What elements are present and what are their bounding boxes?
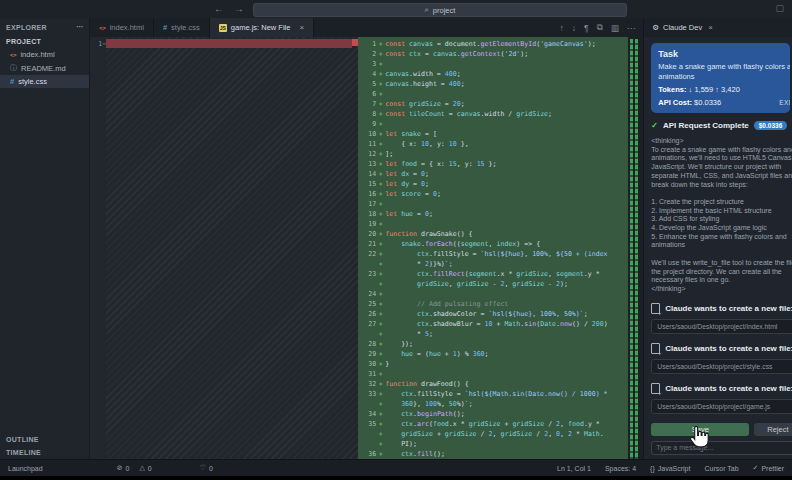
status-language-mode[interactable]: {}JavaScript	[650, 465, 690, 472]
code-text: ctx.shadowColor = `hsl(${hue}, 100%, 50%…	[385, 309, 628, 319]
split-editor-icon[interactable]: ▥	[611, 23, 619, 33]
tab-index-html[interactable]: <>index.html	[90, 18, 154, 37]
added-sign: +	[376, 399, 385, 409]
overview-ruler[interactable]	[628, 37, 643, 459]
api-cost-badge: $0.0336	[754, 121, 788, 130]
close-panel-icon[interactable]: ×	[708, 23, 713, 32]
editor-group: <>index.html#style.cssJSgame.js: New Fil…	[90, 18, 643, 459]
status-launchpad[interactable]: Launchpad	[8, 465, 43, 472]
timeline-section-header[interactable]: TIMELINE	[0, 446, 89, 459]
outline-section-header[interactable]: OUTLINE	[0, 433, 89, 446]
editor-toolbar: ↑↓¶⧉▥⋯	[552, 18, 644, 37]
code-line: 36+ ctx.fill();	[358, 449, 628, 459]
file-request-path-1[interactable]: Users/saoud/Desktop/project/style.css	[651, 359, 792, 374]
line-number	[358, 329, 376, 339]
tokens-up: ↑ 3,420	[715, 85, 740, 94]
deleted-overview-mark	[352, 39, 358, 46]
file-item-README-md[interactable]: ⓘREADME.md	[0, 61, 89, 75]
code-line: 1+const canvas = document.getElementById…	[358, 39, 628, 49]
whitespace-icon[interactable]: ¶	[584, 23, 589, 33]
command-search-box[interactable]: ⌕ project	[253, 3, 627, 17]
code-text: gridSize, gridSize - 2, gridSize - 2);	[385, 279, 628, 289]
prev-change-icon[interactable]: ↑	[560, 23, 564, 33]
line-number	[358, 429, 376, 439]
more-actions-icon[interactable]: ⋯	[627, 23, 636, 33]
added-sign: +	[376, 169, 385, 179]
forward-icon[interactable]: →	[234, 3, 244, 15]
file-request-path-0[interactable]: Users/saoud/Desktop/project/index.html	[651, 319, 792, 334]
code-text	[385, 369, 628, 379]
line-number: 17	[358, 199, 376, 209]
claude-dev-tab-label[interactable]: Claude Dev	[663, 23, 702, 32]
tab-game-js[interactable]: JSgame.js: New File×	[210, 18, 314, 37]
diff-modified-pane[interactable]: 1+const canvas = document.getElementById…	[358, 37, 628, 459]
status-feedback[interactable]: ♡0	[200, 464, 213, 472]
added-sign: +	[376, 199, 385, 209]
added-sign: +	[376, 329, 385, 339]
status-cursor-position[interactable]: Ln 1, Col 1	[557, 465, 591, 472]
reject-button[interactable]: Reject	[754, 423, 792, 436]
status-warnings[interactable]: △0	[139, 464, 151, 472]
layout-toggle-icon[interactable]: ▢	[775, 3, 784, 13]
code-line: 35+ ctx.arc(food.x * gridSize + gridSize…	[358, 419, 628, 429]
back-icon[interactable]: ←	[214, 3, 224, 15]
project-section-header[interactable]: PROJECT	[0, 35, 89, 48]
close-tab-icon[interactable]: ×	[299, 23, 304, 32]
code-text	[385, 289, 628, 299]
status-prettier[interactable]: ✓Prettier	[753, 464, 784, 472]
code-line: 15+let dy = 0;	[358, 179, 628, 189]
line-number: 15	[358, 179, 376, 189]
line-number: 1	[358, 39, 376, 49]
code-text: const gridSize = 20;	[385, 99, 628, 109]
tokens-label: Tokens:	[658, 85, 686, 94]
next-change-icon[interactable]: ↓	[572, 23, 576, 33]
file-name: style.css	[18, 77, 47, 86]
added-sign: +	[376, 249, 385, 259]
code-text: ctx.fillStyle = `hsl(${hue}, 100%, ${50 …	[385, 249, 628, 259]
status-label: Ln 1, Col 1	[557, 465, 591, 472]
chat-input[interactable]: Type a message...	[651, 441, 792, 455]
added-sign: +	[376, 99, 385, 109]
line-number: 18	[358, 209, 376, 219]
added-sign: +	[376, 269, 385, 279]
line-number: 7	[358, 99, 376, 109]
file-request-text: Claude wants to create a new file:	[665, 384, 792, 393]
tab-style-css[interactable]: #style.css	[154, 18, 210, 37]
tokens-down: ↓ 1,559	[689, 85, 714, 94]
code-text	[385, 59, 628, 69]
status-label: Prettier	[761, 465, 784, 472]
code-text: const ctx = canvas.getContext('2d');	[385, 49, 628, 59]
code-line: 33+ ctx.fillStyle = `hsl(${Math.sin(Date…	[358, 389, 628, 399]
task-title: Task	[658, 49, 783, 59]
status-indentation[interactable]: Spaces: 4	[605, 465, 636, 472]
diff-original-pane[interactable]: 1−	[90, 37, 358, 459]
added-sign: +	[376, 189, 385, 199]
open-file-icon[interactable]: ⧉	[597, 22, 603, 33]
added-sign: +	[376, 229, 385, 239]
added-sign: +	[376, 129, 385, 139]
explorer-more-icon[interactable]: ⋯	[76, 23, 83, 31]
file-request-path-2[interactable]: Users/saoud/Desktop/project/game.js	[651, 399, 792, 414]
line-number: 23	[358, 269, 376, 279]
file-item-style-css[interactable]: #style.css	[0, 75, 89, 88]
code-text: function drawFood() {	[385, 379, 628, 389]
api-cost-label: API Cost:	[658, 98, 692, 107]
added-sign: +	[376, 149, 385, 159]
code-text: canvas.height = 400;	[385, 79, 628, 89]
code-line: 6+	[358, 89, 628, 99]
code-text: canvas.width = 400;	[385, 69, 628, 79]
line-number: 24	[358, 289, 376, 299]
code-text: hue = (hue + 1) % 360;	[385, 349, 628, 359]
status-cursor-tab[interactable]: Cursor Tab	[704, 465, 738, 472]
check-icon: ✓	[651, 121, 658, 130]
added-sign: +	[376, 449, 385, 459]
new-file-icon	[651, 343, 660, 354]
file-item-index-html[interactable]: <>index.html	[0, 48, 89, 61]
status-errors[interactable]: ⊘0	[117, 464, 130, 472]
diff-editor[interactable]: 1− 1+const canvas = document.getElementB…	[90, 37, 643, 459]
save-button[interactable]: Save	[651, 423, 749, 436]
added-sign: +	[376, 289, 385, 299]
export-button[interactable]: EXPORT	[779, 99, 790, 106]
line-number: 29	[358, 349, 376, 359]
added-lines-mark-2	[635, 39, 638, 459]
